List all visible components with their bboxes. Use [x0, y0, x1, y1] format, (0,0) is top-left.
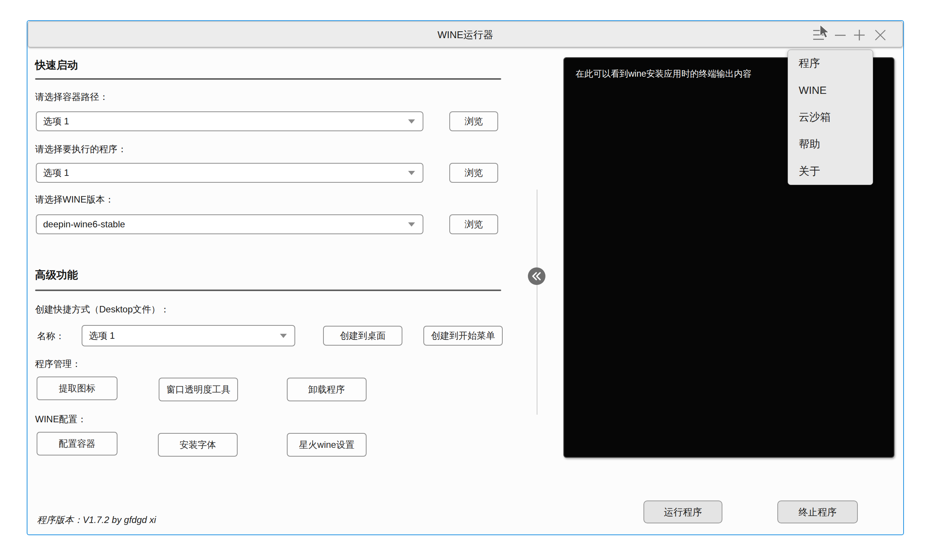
panel-divider — [537, 190, 537, 415]
browse-container-button[interactable]: 浏览 — [449, 111, 498, 131]
minimize-icon — [835, 30, 846, 40]
container-path-select[interactable]: 选项 1 — [36, 111, 423, 131]
configure-container-button[interactable]: 配置容器 — [37, 432, 117, 455]
program-value: 选项 1 — [43, 167, 69, 179]
program-label: 请选择要执行的程序： — [35, 143, 127, 155]
quick-start-heading: 快速启动 — [35, 58, 78, 72]
install-fonts-button[interactable]: 安装字体 — [158, 433, 238, 457]
spark-wine-settings-button[interactable]: 星火wine设置 — [287, 433, 367, 457]
wine-runner-window: WINE运行器 — [27, 20, 904, 535]
create-desktop-button[interactable]: 创建到桌面 — [323, 326, 402, 346]
name-label: 名称： — [37, 330, 64, 342]
titlebar[interactable]: WINE运行器 — [28, 21, 903, 47]
menu-item-help[interactable]: 帮助 — [788, 131, 873, 158]
container-path-label: 请选择容器路径： — [35, 91, 108, 103]
collapse-panel-button[interactable] — [528, 267, 546, 285]
wine-config-label: WINE配置： — [35, 413, 87, 425]
double-chevron-left-icon — [528, 267, 546, 285]
program-mgmt-label: 程序管理： — [35, 358, 81, 370]
menu-item-about[interactable]: 关于 — [788, 158, 873, 185]
terminate-program-button[interactable]: 终止程序 — [777, 500, 858, 523]
wine-version-value: deepin-wine6-stable — [43, 219, 125, 230]
advanced-heading: 高级功能 — [35, 268, 78, 282]
menu-item-wine[interactable]: WINE — [788, 77, 873, 104]
version-text: 程序版本：V1.7.2 by gfdgd xi — [37, 514, 156, 526]
chevron-down-icon — [408, 119, 415, 124]
shortcut-name-select[interactable]: 选项 1 — [82, 325, 295, 346]
window-title: WINE运行器 — [28, 22, 902, 48]
shortcut-label: 创建快捷方式（Desktop文件）： — [35, 303, 169, 315]
create-start-menu-button[interactable]: 创建到开始菜单 — [423, 326, 503, 346]
run-program-button[interactable]: 运行程序 — [643, 500, 722, 523]
desktop: WINE运行器 — [0, 0, 928, 560]
container-path-value: 选项 1 — [43, 115, 69, 127]
close-button[interactable] — [874, 28, 887, 42]
chevron-down-icon — [408, 171, 415, 175]
section-divider — [35, 78, 501, 80]
browse-wine-button[interactable]: 浏览 — [449, 214, 498, 234]
chevron-down-icon — [408, 222, 415, 227]
window-opacity-tool-button[interactable]: 窗口透明度工具 — [159, 378, 238, 401]
extract-icon-button[interactable]: 提取图标 — [37, 377, 117, 400]
titlebar-popup-menu: 程序 WINE 云沙箱 帮助 关于 — [788, 50, 873, 185]
minimize-button[interactable] — [834, 28, 847, 42]
shortcut-name-value: 选项 1 — [89, 330, 115, 342]
wine-version-label: 请选择WINE版本： — [35, 193, 114, 206]
menu-item-cloud-sandbox[interactable]: 云沙箱 — [788, 104, 873, 131]
menu-item-program[interactable]: 程序 — [788, 50, 873, 77]
maximize-icon — [854, 30, 865, 40]
wine-version-select[interactable]: deepin-wine6-stable — [36, 214, 423, 234]
program-select[interactable]: 选项 1 — [36, 163, 423, 183]
close-icon — [875, 30, 886, 40]
section-divider — [35, 290, 501, 291]
maximize-button[interactable] — [853, 28, 866, 42]
uninstall-program-button[interactable]: 卸载程序 — [287, 378, 367, 401]
browse-program-button[interactable]: 浏览 — [449, 163, 498, 183]
chevron-down-icon — [280, 334, 287, 338]
mouse-cursor-icon — [819, 24, 835, 41]
